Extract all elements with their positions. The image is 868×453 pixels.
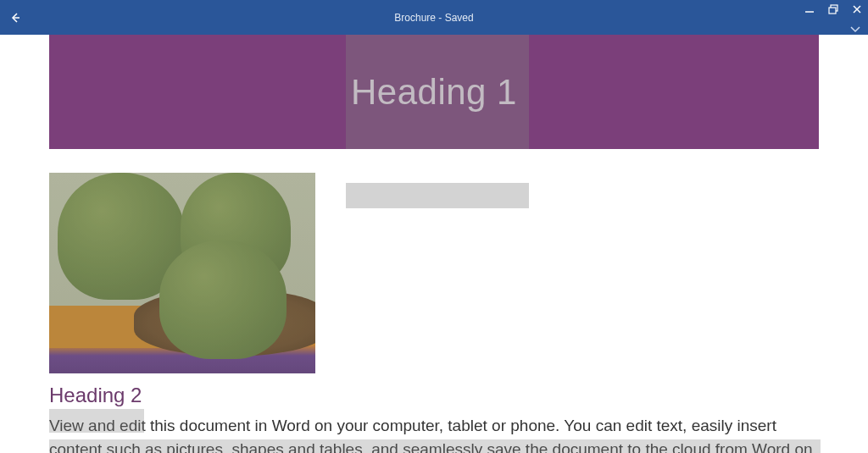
restore-icon xyxy=(828,4,838,14)
ribbon-toggle-button[interactable] xyxy=(849,25,861,33)
heading-2[interactable]: Heading 2 xyxy=(49,384,142,407)
selection-highlight xyxy=(49,439,821,453)
back-arrow-icon xyxy=(9,12,21,24)
window-controls xyxy=(804,3,863,15)
title-bar: Brochure - Saved xyxy=(0,0,868,35)
back-button[interactable] xyxy=(5,8,25,28)
document-canvas[interactable]: Heading 1 Heading 2 View and edit this d… xyxy=(0,35,868,453)
minimize-button[interactable] xyxy=(804,3,815,15)
close-icon xyxy=(852,4,862,14)
heading-1[interactable]: Heading 1 xyxy=(351,72,517,113)
svg-rect-2 xyxy=(829,8,836,14)
close-button[interactable] xyxy=(851,3,863,15)
content-block: Heading 2 View and edit this document in… xyxy=(0,149,868,453)
restore-button[interactable] xyxy=(827,3,839,15)
image-artichoke xyxy=(159,240,287,359)
selection-highlight xyxy=(49,409,144,433)
chevron-down-icon xyxy=(849,25,861,33)
hero-banner: Heading 1 xyxy=(49,35,819,149)
document-image[interactable] xyxy=(49,173,315,373)
minimize-icon xyxy=(804,4,815,14)
document-title: Brochure - Saved xyxy=(394,12,473,24)
